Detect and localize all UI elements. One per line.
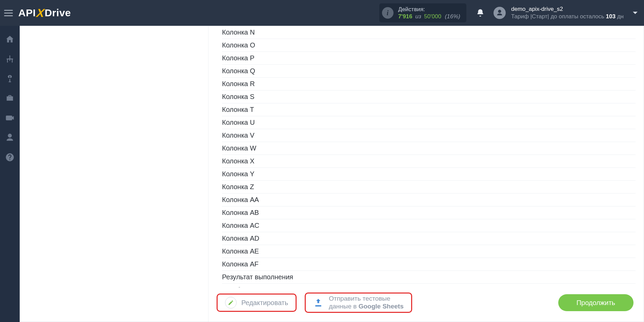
user-tariff: Тариф |Старт| до оплаты осталось 103 дн <box>511 13 624 20</box>
actions-title: Действия: <box>398 6 460 13</box>
continue-button[interactable]: Продолжить <box>558 294 633 311</box>
help-icon[interactable] <box>5 153 15 162</box>
list-item[interactable]: Колонка Z <box>222 181 636 194</box>
edit-button-label: Редактировать <box>241 299 288 307</box>
actions-counter[interactable]: i Действия: 7'916 из 50'000 (16%) <box>379 3 466 22</box>
actions-percent: (16%) <box>445 13 460 20</box>
list-item[interactable]: Колонка R <box>222 78 636 90</box>
chevron-down-icon[interactable] <box>630 8 640 18</box>
send-test-data-button[interactable]: Отправить тестовые данные в Google Sheet… <box>305 293 412 313</box>
actions-total: 50'000 <box>424 13 441 20</box>
list-item[interactable]: Колонка X <box>222 155 636 168</box>
content-frame: Колонка NКолонка OКолонка PКолонка QКоло… <box>20 26 644 322</box>
list-item[interactable]: Колонка N <box>222 26 636 39</box>
avatar[interactable] <box>494 7 506 19</box>
briefcase-icon[interactable] <box>5 94 15 103</box>
list-item[interactable]: Колонка S <box>222 90 636 103</box>
list-item[interactable]: Результат выполнения <box>222 271 636 284</box>
menu-icon[interactable] <box>3 8 14 18</box>
list-item[interactable]: Колонка P <box>222 52 636 65</box>
list-item[interactable]: Ошибки во время выполнения <box>222 284 636 287</box>
list-item[interactable]: Колонка U <box>222 116 636 129</box>
user-name: demo_apix-drive_s2 <box>511 5 624 13</box>
list-item[interactable]: Колонка AC <box>222 219 636 232</box>
video-icon[interactable] <box>5 113 15 123</box>
billing-icon[interactable] <box>5 74 15 83</box>
info-icon: i <box>382 7 394 19</box>
edit-icon <box>225 297 237 308</box>
user-icon <box>496 9 503 17</box>
actions-iz: из <box>415 13 421 20</box>
main-panel: Колонка NКолонка OКолонка PКолонка QКоло… <box>20 26 644 322</box>
logo-x: X <box>36 6 45 20</box>
list-item[interactable]: Колонка O <box>222 39 636 52</box>
sidebar <box>0 26 20 322</box>
list-item[interactable]: Колонка W <box>222 142 636 155</box>
list-item[interactable]: Колонка AE <box>222 245 636 258</box>
bell-icon[interactable] <box>476 8 485 17</box>
account-icon[interactable] <box>5 133 15 142</box>
send-test-data-label: Отправить тестовые данные в Google Sheet… <box>329 295 404 310</box>
logo-api: API <box>18 7 36 19</box>
upload-icon <box>313 298 323 308</box>
actions-text: Действия: 7'916 из 50'000 (16%) <box>398 6 460 20</box>
edit-button[interactable]: Редактировать <box>217 294 297 312</box>
top-bar: API X Drive i Действия: 7'916 из 50'000 … <box>0 0 644 26</box>
list-item[interactable]: Колонка AF <box>222 258 636 271</box>
home-icon[interactable] <box>5 35 15 44</box>
list-item[interactable]: Колонка AB <box>222 206 636 219</box>
logo-drive: Drive <box>45 7 71 19</box>
list-item[interactable]: Колонка V <box>222 129 636 142</box>
connections-icon[interactable] <box>5 54 15 64</box>
list-item[interactable]: Колонка AD <box>222 232 636 245</box>
list-item[interactable]: Колонка Y <box>222 168 636 181</box>
left-blank-column <box>20 26 208 322</box>
actions-used: 7'916 <box>398 13 412 20</box>
column-list: Колонка NКолонка OКолонка PКолонка QКоло… <box>208 26 644 287</box>
list-item[interactable]: Колонка Q <box>222 65 636 78</box>
list-item[interactable]: Колонка AA <box>222 194 636 206</box>
panel-footer: Редактировать Отправить тестовые данные … <box>208 287 644 322</box>
app-logo[interactable]: API X Drive <box>18 6 71 20</box>
user-meta[interactable]: demo_apix-drive_s2 Тариф |Старт| до опла… <box>511 5 624 20</box>
main-column: Колонка NКолонка OКолонка PКолонка QКоло… <box>208 26 644 322</box>
list-item[interactable]: Колонка T <box>222 103 636 116</box>
